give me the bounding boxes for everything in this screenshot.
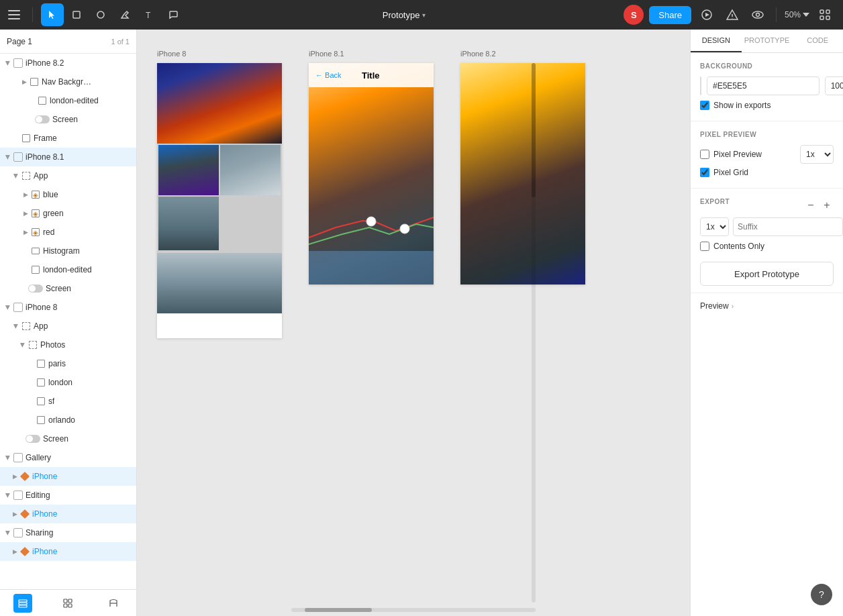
pen-tool[interactable] [113, 3, 136, 26]
preview-row[interactable]: Preview › [691, 293, 843, 319]
expand-icon[interactable]: ▶ [3, 58, 13, 68]
tab-prototype[interactable]: PROTOTYPE [742, 30, 793, 52]
share-button[interactable]: Share [649, 6, 691, 24]
svg-point-9 [752, 11, 763, 18]
sidebar-item-editing[interactable]: ▶ Editing [0, 486, 136, 505]
sidebar-item-iphone-gallery[interactable]: ▶ iPhone [0, 467, 136, 486]
menu-button[interactable] [8, 7, 24, 23]
components-tab[interactable] [58, 594, 77, 613]
sidebar-item-londonedited2[interactable]: ▶ london-edited [0, 260, 136, 279]
pixel-grid-checkbox[interactable] [700, 168, 709, 177]
sidebar-item-iphone82[interactable]: ▶ iPhone 8.2 [0, 54, 136, 72]
layer-label: red [43, 227, 54, 237]
sidebar-item-sf[interactable]: ▶ sf [0, 392, 136, 411]
layer-label: paris [48, 359, 66, 368]
artboard-frame-iphone82[interactable] [460, 63, 585, 285]
text-tool[interactable]: T [138, 3, 160, 26]
sidebar-item-sharing[interactable]: ▶ Sharing [0, 523, 136, 542]
sidebar-item-gallery[interactable]: ▶ Gallery [0, 448, 136, 467]
svg-point-10 [756, 13, 759, 17]
sidebar-item-frame1[interactable]: ▶ Frame [0, 129, 136, 148]
canvas[interactable]: iPhone 8 iPhone 8.1 [137, 30, 690, 616]
sidebar-item-iphone-editing[interactable]: ▶ iPhone [0, 505, 136, 523]
expand-icon[interactable]: ▶ [3, 302, 13, 313]
sidebar-item-screen1[interactable]: ▶ Screen [0, 110, 136, 129]
sidebar-item-app2[interactable]: ▶ App [0, 317, 136, 336]
sidebar-item-red[interactable]: ▶ ◈ red [0, 223, 136, 242]
layer-label: sf [48, 397, 54, 406]
play-button[interactable] [697, 5, 717, 25]
user-avatar: S [624, 5, 644, 25]
sidebar-item-photos[interactable]: ▶ Photos [0, 336, 136, 354]
export-header: EXPORT − + [700, 198, 834, 212]
expand-icon[interactable]: ▶ [9, 471, 20, 482]
canvas-scrollbar-thumb[interactable] [305, 608, 372, 612]
pixel-grid-row: Pixel Grid [700, 168, 834, 177]
layer-label: Gallery [26, 453, 51, 462]
show-in-exports-checkbox[interactable] [700, 101, 709, 110]
expand-icon[interactable]: ▶ [17, 340, 28, 350]
sidebar-item-iphone-sharing[interactable]: ▶ iPhone [0, 542, 136, 561]
sidebar-item-iphone8[interactable]: ▶ iPhone 8 [0, 298, 136, 317]
expand-icon[interactable]: ▶ [3, 490, 13, 501]
help-button[interactable]: ? [811, 584, 832, 605]
assets-tab[interactable] [104, 594, 123, 613]
canvas-vscrollbar-thumb[interactable] [532, 63, 536, 197]
expand-icon[interactable]: ▶ [20, 189, 31, 200]
select-tool[interactable] [41, 3, 64, 26]
expand-icon[interactable]: ▶ [9, 509, 20, 519]
sidebar-item-screen2[interactable]: ▶ Screen [0, 279, 136, 298]
sidebar-item-green[interactable]: ▶ ◈ green [0, 204, 136, 223]
sidebar-item-app1[interactable]: ▶ App [0, 166, 136, 185]
sidebar-item-london[interactable]: ▶ london [0, 373, 136, 392]
sidebar-item-paris[interactable]: ▶ paris [0, 354, 136, 373]
tab-code[interactable]: CODE [792, 30, 843, 52]
expand-icon[interactable]: ▶ [9, 546, 20, 557]
sidebar-item-blue[interactable]: ▶ ◈ blue [0, 185, 136, 204]
pixel-preview-scale[interactable]: 1x 2x [800, 145, 834, 164]
layer-label: Photos [40, 340, 65, 350]
export-prototype-button[interactable]: Export Prototype [700, 262, 834, 286]
background-color-swatch[interactable] [700, 76, 701, 95]
layers-tab[interactable] [13, 594, 32, 613]
remove-export-button[interactable]: − [804, 199, 817, 212]
sidebar-item-orlando[interactable]: ▶ orlando [0, 411, 136, 429]
artboard-iphone8: iPhone 8 [157, 50, 282, 338]
zoom-control[interactable]: 50% [785, 10, 809, 19]
artboard-frame-iphone8[interactable] [157, 63, 282, 338]
fit-screen-icon[interactable] [815, 5, 835, 25]
background-opacity-input[interactable] [825, 76, 843, 95]
svg-point-2 [97, 11, 104, 18]
expand-icon: ▶ [19, 76, 30, 87]
sidebar-item-histogram[interactable]: ▶ Histogram [0, 242, 136, 260]
visibility-icon[interactable] [748, 5, 768, 25]
export-scale-select[interactable]: 1x 2x 3x [700, 217, 729, 236]
tab-design[interactable]: DESIGN [691, 30, 742, 52]
sidebar-item-screen3[interactable]: ▶ Screen [0, 429, 136, 448]
pixel-preview-checkbox[interactable] [700, 150, 709, 159]
section-icon [13, 303, 23, 312]
expand-icon[interactable]: ▶ [3, 452, 13, 463]
expand-icon[interactable]: ▶ [3, 152, 13, 162]
document-title[interactable]: Prototype ▾ [190, 10, 618, 20]
comment-tool[interactable] [162, 3, 185, 26]
sidebar-item-navbg[interactable]: ▶ Nav Backgr… [0, 72, 136, 91]
frame-tool[interactable] [65, 3, 88, 26]
component-icon: ◈ [31, 190, 40, 199]
expand-icon[interactable]: ▶ [20, 208, 31, 219]
artboard-frame-iphone81[interactable]: ← Back Title [309, 63, 434, 285]
expand-icon[interactable]: ▶ [3, 527, 13, 538]
page-name: Page 1 [7, 37, 32, 46]
contents-only-checkbox[interactable] [700, 242, 709, 251]
show-in-exports-row: Show in exports [700, 101, 834, 110]
shape-tool[interactable] [89, 3, 112, 26]
background-hex-input[interactable] [707, 76, 820, 95]
add-export-button[interactable]: + [820, 199, 834, 212]
expand-icon[interactable]: ▶ [20, 227, 31, 238]
artboard-label: iPhone 8.2 [460, 50, 496, 58]
sidebar-item-londonedited1[interactable]: ▶ london-edited [0, 91, 136, 110]
export-suffix-input[interactable] [733, 217, 843, 236]
sidebar-item-iphone81[interactable]: ▶ iPhone 8.1 [0, 148, 136, 166]
expand-icon[interactable]: ▶ [11, 170, 21, 181]
expand-icon[interactable]: ▶ [11, 321, 21, 331]
